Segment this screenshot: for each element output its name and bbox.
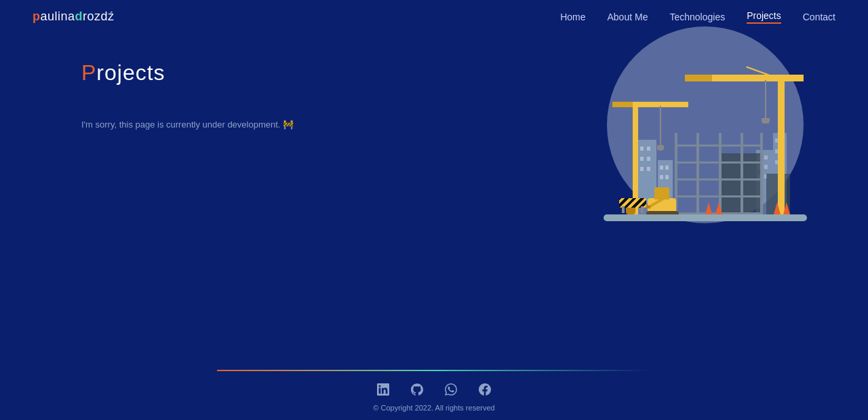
footer-social-icons [0, 382, 868, 397]
window [665, 175, 669, 179]
whatsapp-icon[interactable] [443, 382, 458, 397]
main-content: Projects I'm sorry, this page is current… [0, 33, 868, 359]
footer-divider-line [217, 370, 651, 371]
window [665, 166, 669, 170]
ground [604, 214, 807, 221]
crane-left-cable [660, 106, 661, 145]
window [647, 157, 650, 161]
window [647, 147, 650, 151]
nav-home[interactable]: Home [560, 12, 585, 22]
footer: © Copyright 2022. All rights reserved [0, 359, 868, 420]
window [660, 166, 663, 170]
nav-technologies[interactable]: Technologies [669, 12, 725, 22]
crane-right-counterweight [685, 75, 712, 81]
nav-about-me[interactable]: About Me [608, 12, 648, 22]
crane-left-counterweight [612, 102, 633, 107]
main-nav: Home About Me Technologies Projects Cont… [560, 10, 835, 24]
crane-right-mast [778, 79, 785, 214]
window [764, 155, 768, 159]
logo[interactable]: paulinadrozdź [33, 9, 115, 24]
header: paulinadrozdź Home About Me Technologies… [0, 0, 868, 33]
linkedin-icon[interactable] [376, 382, 391, 397]
logo-d-letter: d [75, 9, 83, 23]
crane-right-hook [762, 118, 770, 123]
window [640, 147, 644, 151]
construction-scene [600, 23, 810, 233]
construction-barrier [619, 198, 646, 208]
floor-2 [675, 195, 763, 197]
crane-right-arm [709, 75, 804, 81]
floor-3 [675, 178, 763, 180]
window [640, 167, 644, 171]
barrier-leg-right [641, 206, 644, 213]
github-icon[interactable] [410, 382, 425, 397]
barrier-leg-left [622, 206, 625, 213]
window [660, 175, 663, 179]
nav-projects[interactable]: Projects [747, 10, 781, 24]
crane-left-hook [657, 145, 664, 151]
nav-contact[interactable]: Contact [803, 12, 835, 22]
floor-4 [675, 161, 763, 164]
copyright-text: © Copyright 2022. All rights reserved [0, 404, 868, 412]
floor-5 [675, 145, 763, 147]
facebook-icon[interactable] [477, 382, 492, 397]
window [647, 167, 650, 171]
page-title-highlight: P [81, 60, 96, 85]
logo-p-letter: p [33, 9, 41, 23]
window [640, 157, 644, 161]
logo-text-2: rozdź [83, 9, 115, 23]
window [764, 165, 768, 169]
logo-text-1: aulina [41, 9, 75, 23]
construction-illustration [597, 20, 814, 237]
crane-right-cable [765, 80, 766, 118]
page-title-rest: rojects [96, 60, 165, 85]
